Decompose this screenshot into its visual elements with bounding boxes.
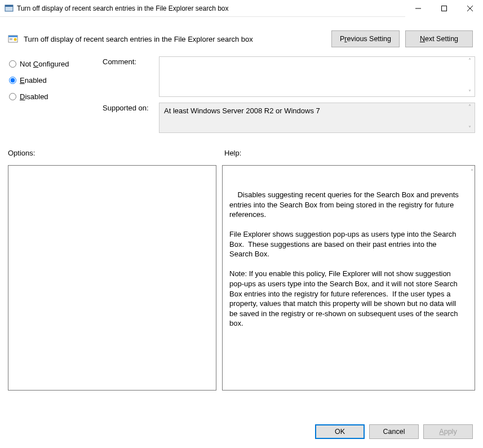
supported-on-value: At least Windows Server 2008 R2 or Windo… (159, 103, 475, 133)
pane-labels: Options: Help: (0, 139, 483, 159)
svg-rect-9 (10, 39, 12, 40)
window-title: Turn off display of recent search entrie… (17, 5, 229, 12)
supported-on-label: Supported on: (103, 103, 159, 133)
scroll-up-icon[interactable]: ˄ (471, 168, 473, 176)
maximize-button[interactable] (431, 0, 457, 17)
scroll-up-icon[interactable]: ˄ (466, 58, 473, 64)
svg-point-10 (14, 38, 17, 41)
cancel-button[interactable]: Cancel (369, 424, 419, 439)
page-title: Turn off display of recent search entrie… (24, 35, 326, 43)
config-area: Not Configured Enabled Disabled Comment:… (0, 54, 483, 139)
minimize-button[interactable] (405, 0, 431, 17)
next-setting-button[interactable]: Next Setting (405, 30, 473, 47)
app-icon (5, 4, 14, 13)
svg-rect-3 (442, 6, 447, 11)
svg-rect-7 (8, 36, 17, 37)
help-label: Help: (224, 149, 475, 157)
header: Turn off display of recent search entrie… (0, 17, 483, 54)
options-label: Options: (8, 149, 224, 157)
footer-buttons: OK Cancel Apply (0, 415, 483, 448)
radio-not-configured-input[interactable] (9, 60, 16, 68)
close-button[interactable] (457, 0, 483, 17)
svg-rect-1 (5, 5, 13, 7)
radio-not-configured[interactable]: Not Configured (8, 60, 103, 68)
scroll-down-icon: ˅ (466, 126, 473, 131)
comment-label: Comment: (103, 56, 159, 97)
scroll-up-icon: ˄ (466, 104, 473, 110)
state-radios: Not Configured Enabled Disabled (8, 56, 103, 139)
comment-textarea[interactable]: ˄ ˅ (159, 56, 475, 97)
policy-icon (8, 34, 18, 44)
radio-disabled[interactable]: Disabled (8, 92, 103, 101)
previous-setting-button[interactable]: Previous Setting (331, 30, 400, 47)
options-pane (8, 165, 216, 391)
scroll-down-icon[interactable]: ˅ (466, 90, 473, 95)
apply-button[interactable]: Apply (423, 424, 473, 439)
panes: ˄ Disables suggesting recent queries for… (0, 159, 483, 415)
help-text: Disables suggesting recent queries for t… (229, 190, 460, 327)
radio-enabled-input[interactable] (9, 77, 16, 84)
radio-enabled[interactable]: Enabled (8, 76, 103, 85)
radio-disabled-input[interactable] (9, 93, 16, 100)
titlebar: Turn off display of recent search entrie… (0, 0, 483, 17)
ok-button[interactable]: OK (315, 424, 365, 439)
svg-rect-8 (10, 38, 12, 39)
help-pane: ˄ Disables suggesting recent queries for… (222, 165, 475, 391)
